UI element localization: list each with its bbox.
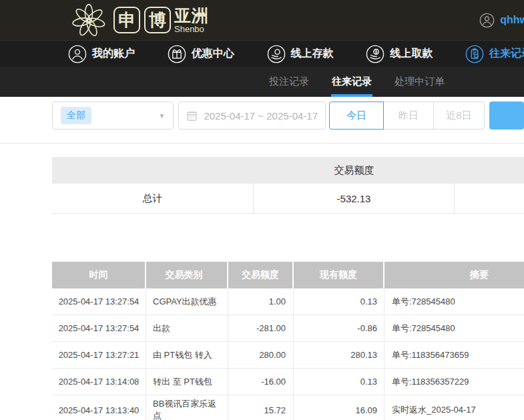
- main-navigation: 我的账户 优惠中心 线上存款 $ 线上取款: [0, 40, 524, 67]
- username-text[interactable]: qhhw: [500, 14, 524, 26]
- cell-type: CGPAY出款优惠: [146, 288, 228, 314]
- nav-label: 我的账户: [92, 47, 135, 61]
- search-button[interactable]: [489, 101, 524, 130]
- cell-amount: 15.72: [228, 395, 294, 420]
- selected-type-pill: 全部: [61, 107, 91, 124]
- user-avatar-icon: [479, 13, 495, 28]
- cell-balance: 16.09: [294, 395, 384, 420]
- logo-char-shen: 申: [113, 7, 140, 33]
- cell-summary: 单号:118356473659: [384, 342, 524, 368]
- table-row: 2025-04-17 13:14:08 转出 至 PT钱包 -16.00 0.1…: [52, 369, 524, 395]
- nav-item-online-withdraw[interactable]: $ 线上取款: [366, 45, 433, 63]
- date-range-value: 2025-04-17 ~ 2025-04-17: [204, 110, 318, 122]
- cell-balance: 0.13: [294, 288, 384, 314]
- cell-time: 2025-04-17 13:13:40: [52, 395, 146, 420]
- col-header-amount: 交易额度: [228, 262, 294, 288]
- clipboard-records-icon: [465, 45, 484, 63]
- last-8-days-button[interactable]: 近8日: [433, 101, 485, 130]
- cell-balance: 280.13: [294, 342, 384, 368]
- cell-type: 转出 至 PT钱包: [146, 369, 228, 395]
- nav-item-my-account[interactable]: 我的账户: [68, 45, 135, 63]
- cell-amount: -16.00: [228, 369, 294, 395]
- nav-item-transaction-records[interactable]: 往来记录: [465, 45, 524, 63]
- account-menu[interactable]: qhhw: [479, 13, 524, 28]
- cell-time: 2025-04-17 13:27:21: [52, 342, 146, 368]
- table-row: 2025-04-17 13:27:54 CGPAY出款优惠 1.00 0.13 …: [52, 288, 524, 315]
- tab-transaction-records[interactable]: 往来记录: [332, 67, 372, 97]
- cell-type: 由 PT钱包 转入: [146, 342, 228, 368]
- records-header-row: 时间 交易类别 交易额度 现有额度 摘要: [52, 262, 524, 288]
- summary-header-amount: 交易额度: [254, 157, 455, 184]
- col-header-type: 交易类别: [146, 262, 228, 288]
- today-button[interactable]: 今日: [329, 101, 384, 130]
- cell-summary: 单号:728545480: [384, 315, 524, 341]
- filter-toolbar: 全部 ▼ 2025-04-17 ~ 2025-04-17 今日 昨日 近8日: [0, 97, 524, 144]
- col-header-time: 时间: [52, 262, 146, 288]
- cell-time: 2025-04-17 13:27:54: [52, 315, 146, 341]
- summary-header-row: 交易额度: [52, 157, 524, 184]
- nav-label: 优惠中心: [192, 47, 234, 61]
- nav-label: 线上存款: [291, 47, 334, 61]
- quick-date-button-group: 今日 昨日 近8日: [329, 101, 485, 130]
- nav-item-online-deposit[interactable]: 线上存款: [267, 45, 334, 63]
- hand-coin-icon: [267, 45, 286, 63]
- nav-label: 线上取款: [390, 47, 433, 61]
- cell-balance: 0.13: [294, 369, 384, 395]
- chevron-down-icon: ▼: [159, 112, 166, 120]
- tab-pending-orders[interactable]: 处理中订单: [395, 67, 445, 97]
- person-icon: [68, 45, 87, 63]
- summary-total-label: 总计: [52, 184, 254, 213]
- date-range-input[interactable]: 2025-04-17 ~ 2025-04-17: [178, 101, 326, 130]
- cell-type: BB视讯百家乐返点: [146, 395, 228, 420]
- cell-summary: 单号:728545480: [384, 288, 524, 314]
- cell-amount: 1.00: [228, 288, 294, 314]
- logo-char-bo: 博: [144, 7, 171, 33]
- gift-icon: [168, 45, 186, 63]
- site-logo[interactable]: 申 博 亚洲 Shenbo: [68, 1, 209, 39]
- hand-dollar-icon: $: [366, 45, 384, 63]
- nav-label: 往来记录: [489, 47, 524, 61]
- flower-logo-icon: [68, 1, 109, 39]
- records-table: 时间 交易类别 交易额度 现有额度 摘要 2025-04-17 13:27:54…: [52, 262, 524, 420]
- transaction-type-select[interactable]: 全部 ▼: [52, 101, 174, 130]
- cell-amount: -281.00: [228, 315, 294, 341]
- cell-type: 出款: [146, 315, 228, 341]
- col-header-summary: 摘要: [384, 262, 524, 288]
- calendar-icon: [186, 110, 198, 122]
- cell-time: 2025-04-17 13:27:54: [52, 288, 146, 314]
- tab-betting-records[interactable]: 投注记录: [269, 67, 309, 97]
- col-header-balance: 现有额度: [294, 262, 384, 288]
- cell-amount: 280.00: [228, 342, 294, 368]
- logo-en-text: Shenbo: [174, 25, 209, 33]
- cell-time: 2025-04-17 13:14:08: [52, 369, 146, 395]
- cell-summary: 实时返水_2025-04-17: [384, 395, 524, 420]
- logo-region-text: 亚洲: [174, 7, 209, 24]
- summary-table: 交易额度 总计 -532.13: [52, 157, 524, 214]
- table-row: 2025-04-17 13:27:21 由 PT钱包 转入 280.00 280…: [52, 342, 524, 369]
- summary-total-value: -532.13: [254, 184, 455, 213]
- cell-summary: 单号:118356357229: [384, 369, 524, 395]
- yesterday-button[interactable]: 昨日: [383, 101, 434, 130]
- records-tab-bar: 投注记录 往来记录 处理中订单: [0, 67, 524, 97]
- table-row: 2025-04-17 13:13:40 BB视讯百家乐返点 15.72 16.0…: [52, 395, 524, 420]
- cell-balance: -0.86: [294, 315, 384, 341]
- nav-item-promotions[interactable]: 优惠中心: [168, 45, 234, 63]
- summary-total-row: 总计 -532.13: [52, 184, 524, 214]
- svg-text:$: $: [375, 49, 378, 54]
- top-header: 申 博 亚洲 Shenbo qhhw: [0, 0, 524, 40]
- table-row: 2025-04-17 13:27:54 出款 -281.00 -0.86 单号:…: [52, 315, 524, 342]
